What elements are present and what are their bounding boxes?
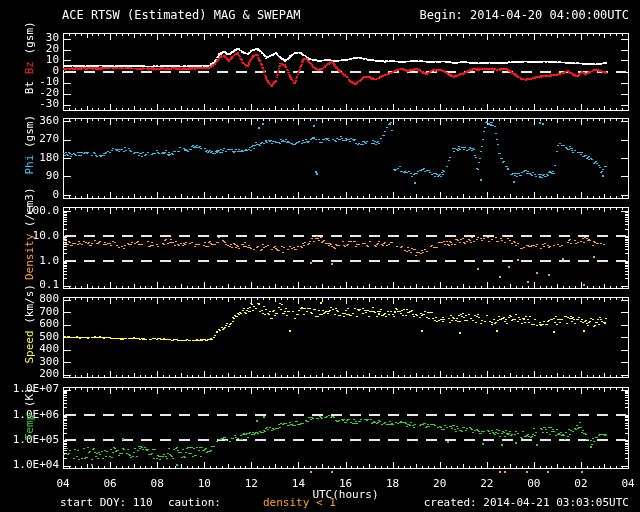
ylabel-phi-unit: (gsm) [23,115,36,155]
ylabel-density-unit: (/cm3) [23,187,36,233]
ylabel-phi: Phi [23,155,36,175]
footer-caution-value: density < 1 [263,496,336,509]
ylabel-mag-unit: (gsm) [23,21,36,61]
ylabel-temp: Temp [23,414,36,441]
plots-canvas [0,0,640,512]
footer-caution-label: caution: [168,496,221,509]
ylabel-speed: Speed [23,330,36,363]
ace-rtsw-plot-page: ACE RTSW (Estimated) MAG & SWEPAM Begin:… [0,0,640,512]
footer-start-doy: start DOY: 110 [60,496,153,509]
ylabel-temp-unit: (K) [23,387,36,414]
y-axis-label-temp: Temp (K) [6,367,22,487]
ylabel-bz: Bz [23,61,36,74]
begin-timestamp: Begin: 2014-04-20 04:00:00UTC [419,8,629,22]
ylabel-speed-unit: (km/s) [23,284,36,330]
ylabel-bt: Bt [23,74,36,94]
footer-created-timestamp: created: 2014-04-21 03:03:05UTC [424,496,629,509]
ylabel-density: Density [23,234,36,280]
page-title: ACE RTSW (Estimated) MAG & SWEPAM [62,8,300,22]
